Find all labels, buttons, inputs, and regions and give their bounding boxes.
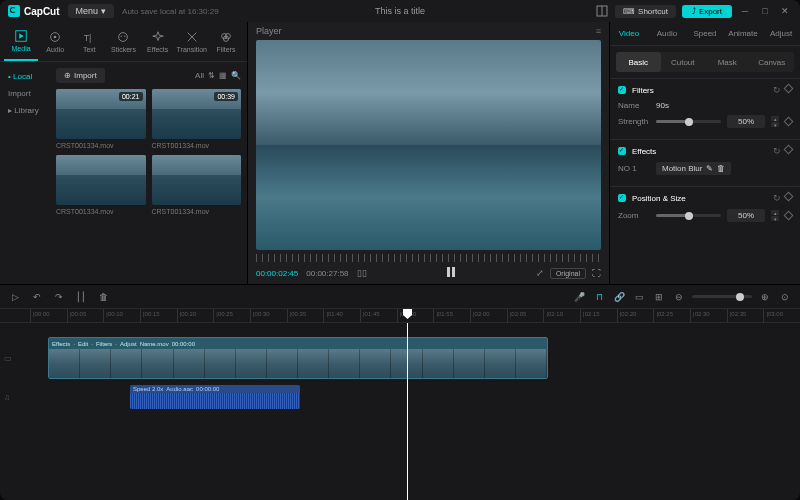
- keyframe-icon[interactable]: [784, 84, 794, 94]
- media-item[interactable]: CRST001334.mov: [152, 155, 242, 215]
- sidebar-library[interactable]: ▸ Library: [0, 102, 50, 119]
- keyframe-icon[interactable]: [784, 145, 794, 155]
- timeline-ruler[interactable]: |00:00|00:05|00:10|00:15|00:20|00:25|00:…: [0, 309, 800, 323]
- link-icon[interactable]: 🔗: [612, 290, 626, 304]
- media-item[interactable]: CRST001334.mov: [56, 155, 146, 215]
- audio-clip[interactable]: Speed 2.0x Audio.aac 00:00:00: [130, 385, 300, 409]
- player-ruler[interactable]: [256, 254, 601, 262]
- selection-tool[interactable]: ▷: [8, 290, 22, 304]
- clip-frame-thumb: [142, 349, 173, 379]
- export-label: Export: [699, 7, 722, 16]
- export-button[interactable]: ⤴ Export: [682, 5, 732, 18]
- media-item[interactable]: 00:21CRST001334.mov: [56, 89, 146, 149]
- sidebar-local[interactable]: • Local: [0, 68, 50, 85]
- filters-checkbox[interactable]: [618, 86, 626, 94]
- mic-icon[interactable]: 🎤: [572, 290, 586, 304]
- scale-icon[interactable]: ⤢: [536, 268, 544, 278]
- reset-icon[interactable]: ↻: [773, 146, 781, 156]
- tab-transition[interactable]: Transition: [175, 22, 209, 61]
- zoom-fit-icon[interactable]: ⊙: [778, 290, 792, 304]
- sort-icon[interactable]: ⇅: [208, 71, 215, 80]
- player-menu-icon[interactable]: ≡: [596, 26, 601, 36]
- zoom-input[interactable]: 50%: [727, 209, 765, 222]
- subtab-canvas[interactable]: Canvas: [750, 52, 795, 72]
- grid-view-icon[interactable]: ▦: [219, 71, 227, 80]
- media-filename: CRST001334.mov: [56, 142, 146, 149]
- video-track[interactable]: ▭ Effects· Edit· Filters· Adjust Name.mo…: [30, 337, 800, 379]
- split-tool[interactable]: ⎮⎮: [74, 290, 88, 304]
- player-label: Player: [256, 26, 282, 36]
- reset-icon[interactable]: ↻: [773, 85, 781, 95]
- player-viewport[interactable]: [256, 40, 601, 250]
- audio-speed: Speed 2.0x: [133, 386, 163, 392]
- reset-icon[interactable]: ↻: [773, 193, 781, 203]
- rp-tab-animate[interactable]: Animate: [724, 22, 762, 45]
- tab-media-label: Media: [12, 45, 31, 52]
- strength-slider[interactable]: [656, 120, 721, 123]
- timeline-zoom-slider[interactable]: [692, 295, 752, 298]
- preview-icon[interactable]: ▭: [632, 290, 646, 304]
- shortcut-button[interactable]: ⌨ Shortcut: [615, 5, 676, 18]
- delete-icon[interactable]: 🗑: [717, 164, 725, 173]
- strength-input[interactable]: 50%: [727, 115, 765, 128]
- effect-chip[interactable]: Motion Blur✎🗑: [656, 162, 731, 175]
- tab-media[interactable]: Media: [4, 22, 38, 61]
- strength-stepper[interactable]: ▴▾: [771, 116, 779, 127]
- media-item[interactable]: 00:39CRST001334.mov: [152, 89, 242, 149]
- menu-button[interactable]: Menu ▾: [68, 4, 115, 18]
- rp-tab-speed[interactable]: Speed: [686, 22, 724, 45]
- magnet-icon[interactable]: ⊓: [592, 290, 606, 304]
- subtab-basic[interactable]: Basic: [616, 52, 661, 72]
- tab-filters[interactable]: Filters: [209, 22, 243, 61]
- aspect-ratio-button[interactable]: Original: [550, 268, 586, 279]
- keyframe-icon[interactable]: [784, 192, 794, 202]
- tab-text[interactable]: T|Text: [72, 22, 106, 61]
- rp-tab-video[interactable]: Video: [610, 22, 648, 45]
- audio-filename: Audio.aac: [166, 386, 193, 392]
- project-title[interactable]: This is a title: [375, 6, 425, 16]
- subtab-mask[interactable]: Mask: [705, 52, 750, 72]
- filter-all[interactable]: All: [195, 71, 204, 80]
- tab-stickers[interactable]: Stickers: [106, 22, 140, 61]
- zoom-slider[interactable]: [656, 214, 721, 217]
- ruler-tick: |01:40: [323, 309, 360, 322]
- zoom-stepper[interactable]: ▴▾: [771, 210, 779, 221]
- keyframe-icon[interactable]: [784, 211, 794, 221]
- video-clip[interactable]: Effects· Edit· Filters· Adjust Name.mov …: [48, 337, 548, 379]
- zoom-out-icon[interactable]: ⊖: [672, 290, 686, 304]
- playhead[interactable]: [407, 323, 408, 500]
- search-icon[interactable]: 🔍: [231, 71, 241, 80]
- clip-tag: Adjust: [120, 341, 137, 347]
- import-button[interactable]: ⊕Import: [56, 68, 105, 83]
- close-button[interactable]: ✕: [778, 4, 792, 18]
- effects-checkbox[interactable]: [618, 147, 626, 155]
- video-track-icon[interactable]: ▭: [4, 354, 12, 363]
- tool-tabs: Media Audio T|Text Stickers Effects Tran…: [0, 22, 247, 62]
- play-pause-button[interactable]: [445, 266, 457, 280]
- ruler-tick: |00:15: [140, 309, 177, 322]
- compare-icon[interactable]: ▯▯: [357, 268, 367, 278]
- track-settings-icon[interactable]: ⊞: [652, 290, 666, 304]
- subtab-cutout[interactable]: Cutout: [661, 52, 706, 72]
- timeline-panel: ▷ ↶ ↷ ⎮⎮ 🗑 🎤 ⊓ 🔗 ▭ ⊞ ⊖ ⊕ ⊙ |00:00|00:05|…: [0, 284, 800, 500]
- zoom-in-icon[interactable]: ⊕: [758, 290, 772, 304]
- minimize-button[interactable]: ─: [738, 4, 752, 18]
- position-checkbox[interactable]: [618, 194, 626, 202]
- redo-button[interactable]: ↷: [52, 290, 66, 304]
- delete-tool[interactable]: 🗑: [96, 290, 110, 304]
- sidebar-import[interactable]: Import: [0, 85, 50, 102]
- rp-tab-adjust[interactable]: Adjust: [762, 22, 800, 45]
- edit-icon[interactable]: ✎: [706, 164, 713, 173]
- undo-button[interactable]: ↶: [30, 290, 44, 304]
- audio-track-icon[interactable]: ♫: [4, 393, 10, 402]
- sidebar-library-label: Library: [14, 106, 38, 115]
- layout-icon[interactable]: [595, 4, 609, 18]
- fullscreen-icon[interactable]: ⛶: [592, 268, 601, 278]
- tab-effects[interactable]: Effects: [141, 22, 175, 61]
- tab-audio[interactable]: Audio: [38, 22, 72, 61]
- ruler-tick: |02:30: [690, 309, 727, 322]
- keyframe-icon[interactable]: [784, 117, 794, 127]
- maximize-button[interactable]: □: [758, 4, 772, 18]
- audio-track[interactable]: ♫ Speed 2.0x Audio.aac 00:00:00: [30, 385, 800, 409]
- rp-tab-audio[interactable]: Audio: [648, 22, 686, 45]
